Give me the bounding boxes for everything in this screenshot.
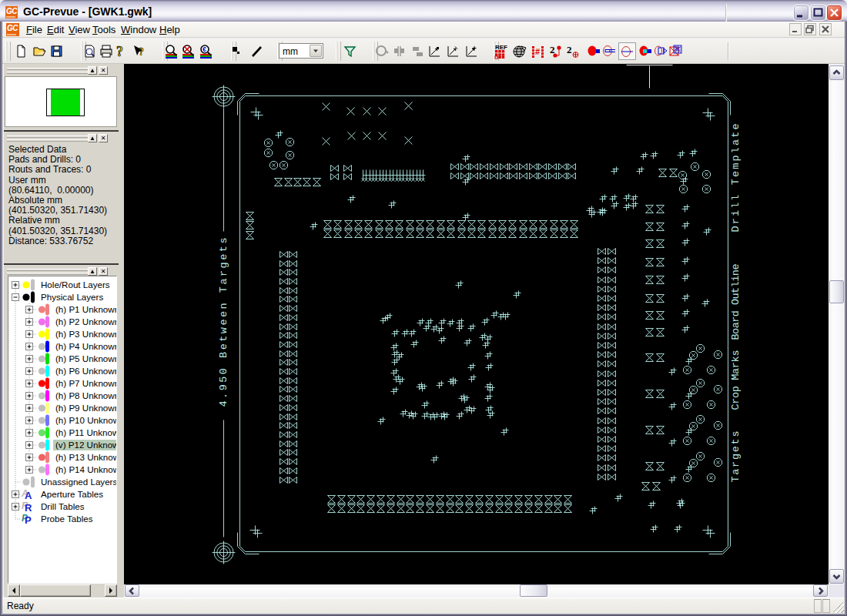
svg-text:(h) P6 Unknown: (h) P6 Unknown xyxy=(55,366,117,376)
svg-text:Targets: Targets xyxy=(730,431,742,483)
svg-text:2: 2 xyxy=(567,44,572,55)
svg-text:(h) P10 Unknown: (h) P10 Unknown xyxy=(55,415,117,425)
svg-text:Drill Template: Drill Template xyxy=(730,124,742,233)
svg-text:Physical Layers: Physical Layers xyxy=(41,292,103,302)
svg-text:(h) P14 Unknown: (h) P14 Unknown xyxy=(55,464,117,474)
svg-text:?: ? xyxy=(116,44,123,59)
svg-text:Unassigned Layers: Unassigned Layers xyxy=(41,477,117,487)
svg-text:R: R xyxy=(25,502,32,514)
svg-text:(h) P11 Unknown: (h) P11 Unknown xyxy=(55,427,117,437)
svg-text:(h) P5 Unknown: (h) P5 Unknown xyxy=(55,353,117,363)
svg-text:(h) P3 Unknown: (h) P3 Unknown xyxy=(55,329,117,339)
svg-text:P: P xyxy=(25,514,32,526)
svg-text:?: ? xyxy=(139,46,144,58)
svg-text:(h) P4 Unknown: (h) P4 Unknown xyxy=(55,341,117,351)
svg-text:Drill Tables: Drill Tables xyxy=(41,501,85,511)
svg-text:(h) P8 Unknown: (h) P8 Unknown xyxy=(55,390,117,400)
svg-text:(v) P12 Unknown: (v) P12 Unknown xyxy=(55,440,117,450)
svg-text:Crop Marks: Crop Marks xyxy=(730,350,742,410)
svg-text:Aperture Tables: Aperture Tables xyxy=(41,489,103,499)
svg-text:Board Outline: Board Outline xyxy=(730,264,742,340)
svg-text:Hole/Rout Layers: Hole/Rout Layers xyxy=(41,280,110,290)
svg-text:A: A xyxy=(25,490,32,501)
svg-text:REF: REF xyxy=(495,44,507,51)
svg-text:Probe Tables: Probe Tables xyxy=(41,514,93,524)
svg-text:(h) P7 Unknown: (h) P7 Unknown xyxy=(55,378,117,388)
svg-text:(h) P1 Unknown: (h) P1 Unknown xyxy=(55,304,117,314)
svg-text:#: # xyxy=(535,47,540,56)
svg-text:(h) P13 Unknown: (h) P13 Unknown xyxy=(55,452,117,462)
svg-text:(h) P2 Unknown: (h) P2 Unknown xyxy=(55,316,117,326)
svg-text:€: € xyxy=(203,45,206,53)
svg-text:2: 2 xyxy=(550,44,555,55)
svg-text:4.950 Between Targets: 4.950 Between Targets xyxy=(218,238,229,407)
svg-text:(h) P9 Unknown: (h) P9 Unknown xyxy=(55,403,117,413)
